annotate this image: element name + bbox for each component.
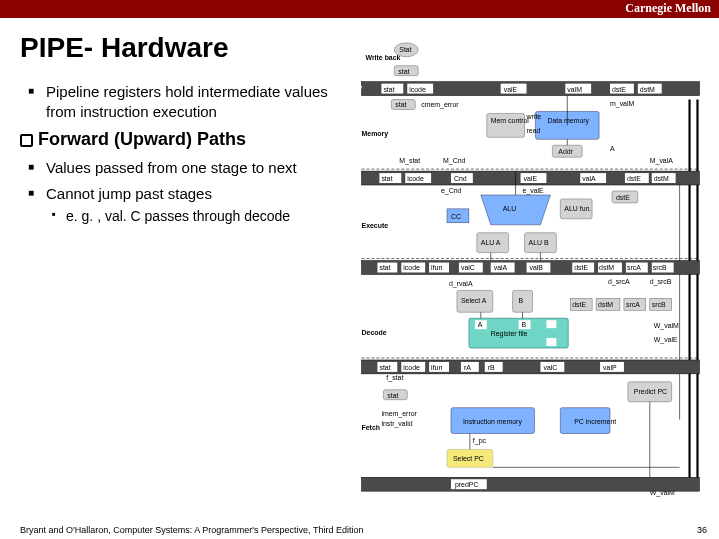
stage-label-wb: Write back [365,54,400,61]
svg-text:dstE: dstE [572,301,586,308]
svg-text:e_valE: e_valE [523,187,545,195]
svg-text:valC: valC [543,364,557,371]
svg-text:valA: valA [582,175,596,182]
svg-text:d_srcA: d_srcA [608,278,630,286]
svg-text:W_valM: W_valM [654,322,679,330]
svg-text:srcB: srcB [653,265,667,272]
page-title: PIPE- Hardware [20,32,340,64]
svg-text:dstE: dstE [574,265,588,272]
brand-label: Carnegie Mellon [625,1,711,16]
svg-text:icode: icode [403,364,420,371]
text-column: PIPE- Hardware Pipeline registers hold i… [0,18,350,519]
svg-text:Data memory: Data memory [547,117,589,125]
svg-text:dstE: dstE [616,194,630,201]
diagram-column: Write back Stat stat W stat icode valE v… [350,18,719,519]
svg-text:CC: CC [451,213,461,220]
svg-text:read: read [527,127,541,134]
svg-text:ifun: ifun [431,364,442,371]
svg-text:valP: valP [603,364,617,371]
svg-text:Predict PC: Predict PC [634,388,667,395]
header-bar: Carnegie Mellon [0,0,719,18]
svg-text:srcB: srcB [652,301,666,308]
svg-text:M_valA: M_valA [650,157,674,165]
svg-text:valE: valE [524,175,538,182]
svg-text:stat: stat [387,392,398,399]
svg-text:Fetch: Fetch [362,424,381,431]
footer: Bryant and O'Hallaron, Computer Systems:… [20,525,707,535]
svg-text:Select A: Select A [461,297,487,304]
svg-text:W_valE: W_valE [654,336,678,344]
svg-text:Mem control: Mem control [491,117,530,124]
svg-text:stat: stat [381,175,392,182]
svg-text:dstM: dstM [598,301,613,308]
svg-text:dstE: dstE [612,86,626,93]
svg-text:e_Cnd: e_Cnd [441,187,462,195]
svg-text:B: B [519,297,524,304]
bullet-item: Cannot jump past stages e. g. , val. C p… [46,184,340,226]
svg-text:Stat: Stat [399,46,411,53]
svg-text:E: E [354,263,360,273]
svg-text:valA: valA [494,265,508,272]
svg-text:M_Cnd: M_Cnd [443,157,466,165]
svg-text:srcA: srcA [626,301,640,308]
pipeline-diagram: Write back Stat stat W stat icode valE v… [350,22,711,519]
svg-text:m_valM: m_valM [610,100,635,108]
svg-text:Execute: Execute [362,222,389,229]
svg-rect-118 [546,338,556,346]
svg-text:predPC: predPC [455,481,479,489]
svg-text:imem_error: imem_error [381,410,417,418]
svg-text:cmem_error: cmem_error [421,101,459,109]
svg-text:PC increment: PC increment [574,418,616,425]
svg-text:Cnd: Cnd [454,175,467,182]
svg-text:icode: icode [407,175,424,182]
svg-text:f_pc: f_pc [473,437,487,445]
svg-rect-117 [546,320,556,328]
section-heading: Forward (Upward) Paths [38,129,340,150]
svg-text:icode: icode [403,265,420,272]
svg-text:icode: icode [409,86,426,93]
svg-text:instr_valid: instr_valid [381,420,412,428]
svg-text:valC: valC [461,265,475,272]
svg-text:Addr: Addr [558,148,573,155]
svg-text:srcA: srcA [627,265,641,272]
svg-text:f_stat: f_stat [386,374,403,382]
svg-text:D: D [354,362,361,372]
svg-text:Register file: Register file [491,330,528,338]
svg-text:Memory: Memory [362,130,389,138]
svg-text:ALU fun.: ALU fun. [564,205,591,212]
svg-text:A: A [478,321,483,328]
svg-text:d_rvalA: d_rvalA [449,280,473,288]
bullet-item: Pipeline registers hold intermediate val… [46,82,340,121]
svg-text:stat: stat [398,68,409,75]
svg-text:ALU: ALU [503,205,517,212]
svg-text:d_srcB: d_srcB [650,278,672,286]
svg-text:dstE: dstE [627,175,641,182]
bullet-list: Pipeline registers hold intermediate val… [20,82,340,121]
svg-text:rB: rB [488,364,495,371]
svg-text:rA: rA [464,364,471,371]
svg-text:stat: stat [395,101,406,108]
svg-text:Instruction memory: Instruction memory [463,418,523,426]
citation: Bryant and O'Hallaron, Computer Systems:… [20,525,363,535]
svg-text:B: B [522,321,527,328]
slide-content: PIPE- Hardware Pipeline registers hold i… [0,18,719,519]
svg-text:stat: stat [379,364,390,371]
svg-text:valE: valE [504,86,518,93]
svg-text:Decode: Decode [362,329,387,336]
bullet-item: e. g. , val. C passes through decode [66,207,340,225]
svg-text:valM: valM [567,86,582,93]
page-number: 36 [697,525,707,535]
svg-rect-156 [362,477,700,491]
svg-text:ALU A: ALU A [481,239,501,246]
svg-text:dstM: dstM [654,175,669,182]
svg-text:M_stat: M_stat [399,157,420,165]
svg-text:ifun: ifun [431,265,442,272]
svg-text:ALU B: ALU B [529,239,549,246]
svg-text:dstM: dstM [599,265,614,272]
svg-text:valB: valB [530,265,544,272]
svg-text:W: W [354,84,363,94]
svg-text:write: write [526,113,542,120]
sub-sub-bullet-list: e. g. , val. C passes through decode [46,207,340,225]
svg-text:Select PC: Select PC [453,455,484,462]
svg-text:stat: stat [379,265,390,272]
